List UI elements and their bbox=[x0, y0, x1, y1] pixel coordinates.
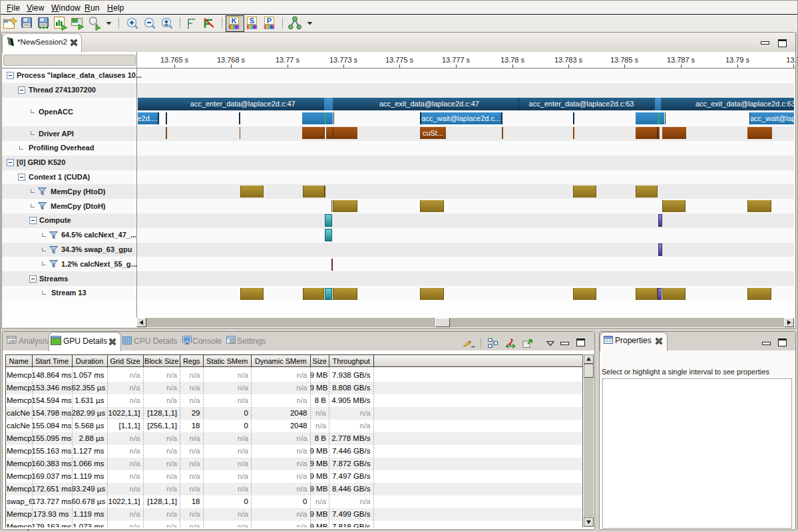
svg-text:K: K bbox=[232, 17, 237, 25]
svg-text:S: S bbox=[250, 17, 254, 25]
svg-text:P: P bbox=[267, 17, 272, 25]
